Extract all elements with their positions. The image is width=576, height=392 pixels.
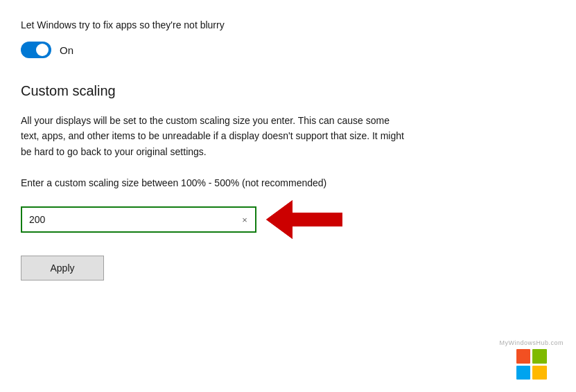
scaling-input[interactable] bbox=[22, 208, 234, 231]
toggle-track bbox=[21, 42, 51, 58]
svg-marker-1 bbox=[266, 200, 293, 239]
blurry-apps-label: Let Windows try to fix apps so they're n… bbox=[21, 19, 409, 30]
apply-button[interactable]: Apply bbox=[21, 256, 104, 280]
input-label: Enter a custom scaling size between 100%… bbox=[21, 176, 409, 190]
watermark: MyWindowsHub.com bbox=[499, 339, 564, 380]
logo-pane-red bbox=[516, 349, 531, 364]
logo-pane-yellow bbox=[532, 366, 547, 380]
section-title: Custom scaling bbox=[21, 83, 409, 99]
logo-pane-blue bbox=[516, 366, 531, 380]
watermark-text: MyWindowsHub.com bbox=[499, 339, 564, 346]
toggle-state-label: On bbox=[60, 44, 73, 56]
input-row: × bbox=[21, 197, 409, 242]
logo-pane-green bbox=[532, 349, 547, 364]
toggle-thumb bbox=[36, 44, 49, 56]
toggle-row: On bbox=[21, 42, 409, 58]
description-text: All your displays will be set to the cus… bbox=[21, 113, 409, 159]
scaling-input-wrapper: × bbox=[21, 206, 256, 233]
clear-input-button[interactable]: × bbox=[234, 209, 255, 230]
windows-logo bbox=[516, 349, 547, 380]
red-arrow bbox=[266, 197, 342, 242]
fix-blurry-toggle[interactable] bbox=[21, 42, 51, 58]
